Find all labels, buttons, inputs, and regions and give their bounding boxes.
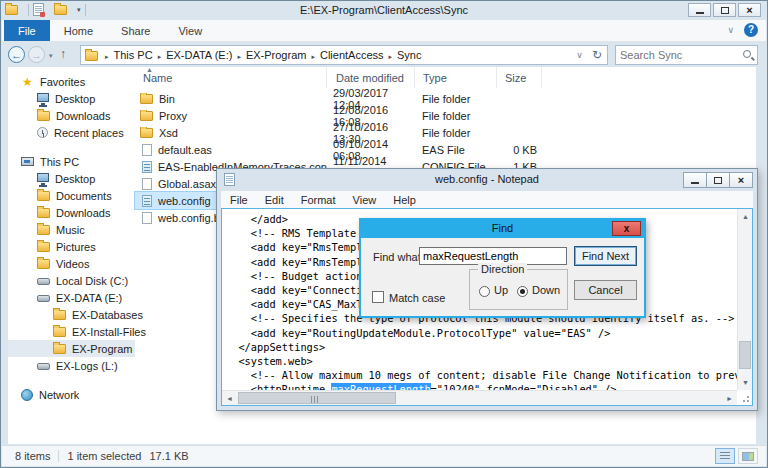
column-header-type[interactable]: Type (415, 67, 497, 88)
sidebar-item-label: EX-Program (72, 343, 133, 355)
find-close-button[interactable]: x (612, 221, 641, 236)
menu-file[interactable]: File (230, 194, 248, 206)
breadcrumb-item[interactable]: Sync (397, 49, 421, 61)
resize-grip[interactable] (737, 390, 751, 404)
sidebar-item-ex-install-files[interactable]: EX-Install-Files (8, 323, 135, 340)
details-view-button[interactable] (715, 448, 735, 464)
notepad-minimize-button[interactable] (683, 172, 707, 188)
search-box[interactable] (615, 45, 758, 65)
horizontal-scroll-thumb[interactable] (238, 392, 396, 404)
folder-icon (37, 259, 50, 269)
config-icon (142, 161, 152, 173)
sidebar-item-ex-program[interactable]: EX-Program (8, 340, 135, 357)
sidebar-item-desktop[interactable]: Desktop (8, 90, 135, 107)
monitor-icon (37, 93, 49, 102)
notepad-close-button[interactable]: × (729, 172, 753, 188)
refresh-icon[interactable]: ↻ (592, 49, 602, 61)
sidebar-item-documents[interactable]: Documents (8, 187, 135, 204)
scroll-right-icon[interactable]: ► (722, 391, 737, 406)
breadcrumb: ▸This PC▸EX-DATA (E:)▸EX-Program▸ClientA… (100, 49, 422, 61)
folder-icon (140, 128, 153, 138)
minimize-button[interactable] (688, 3, 711, 17)
column-header-size[interactable]: Size (497, 67, 542, 88)
sidebar-item-label: Documents (56, 190, 112, 202)
sidebar-item-pictures[interactable]: Pictures (8, 238, 135, 255)
sidebar-item-favorites[interactable]: ★Favorites (8, 73, 135, 90)
code-line: </appSettings> (226, 340, 737, 354)
sidebar-item-videos[interactable]: Videos (8, 255, 135, 272)
address-dropdown-icon[interactable]: ∨ (576, 50, 583, 60)
find-next-button[interactable]: Find Next (574, 246, 637, 266)
menu-edit[interactable]: Edit (265, 194, 284, 206)
scroll-left-icon[interactable]: ◄ (222, 391, 237, 406)
expand-ribbon-icon[interactable]: ∨ (727, 25, 734, 35)
file-icon (142, 178, 152, 190)
tab-view[interactable]: View (164, 20, 216, 41)
sidebar-item-local-disk-c-[interactable]: Local Disk (C:) (8, 272, 135, 289)
divider (58, 450, 59, 462)
file-name: Proxy (159, 110, 187, 122)
notepad-maximize-button[interactable] (706, 172, 730, 188)
horizontal-scrollbar[interactable]: ◄ ► (222, 390, 737, 405)
tab-file[interactable]: File (4, 20, 50, 41)
vertical-scrollbar[interactable]: ▲ ▼ (737, 209, 752, 390)
close-button[interactable]: × (738, 3, 761, 17)
folder-icon (37, 242, 50, 252)
location-folder-icon (85, 51, 98, 61)
file-icon (142, 144, 152, 156)
close-icon: × (738, 175, 744, 186)
vertical-scroll-thumb[interactable] (739, 341, 751, 369)
forward-button[interactable]: → (28, 46, 45, 63)
sidebar-item-downloads[interactable]: Downloads (8, 204, 135, 221)
search-input[interactable] (620, 47, 735, 63)
tab-home[interactable]: Home (50, 20, 107, 41)
thumbnail-view-button[interactable] (738, 448, 758, 464)
recent-locations-icon[interactable]: ▾ (49, 52, 53, 60)
sidebar-item-network[interactable]: Network (8, 386, 135, 403)
tab-share[interactable]: Share (107, 20, 164, 41)
explorer-window-title: E:\EX-Program\ClientAccess\Sync (1, 4, 767, 16)
column-header-date-modified[interactable]: Date modified (327, 67, 415, 88)
match-case-checkbox[interactable] (372, 291, 384, 303)
address-bar[interactable]: ▸This PC▸EX-DATA (E:)▸EX-Program▸ClientA… (80, 45, 608, 65)
menu-format[interactable]: Format (301, 194, 336, 206)
scroll-up-icon[interactable]: ▲ (738, 209, 753, 224)
column-header-name[interactable]: Name (135, 67, 327, 88)
search-icon (743, 50, 751, 58)
menu-help[interactable]: Help (393, 194, 416, 206)
find-what-label: Find what: (373, 251, 424, 263)
find-dialog-titlebar[interactable]: Find x (361, 220, 644, 238)
sidebar-item-ex-databases[interactable]: EX-Databases (8, 306, 135, 323)
sidebar-item-label: Music (56, 224, 85, 236)
notepad-titlebar[interactable]: web.config - Notepad × (217, 169, 757, 191)
sidebar-item-desktop[interactable]: Desktop (8, 170, 135, 187)
direction-down-radio[interactable] (517, 286, 528, 297)
ribbon-tab-row: FileHomeShareView ∨ ? (2, 20, 766, 42)
sidebar-item-label: EX-Install-Files (72, 326, 146, 338)
sidebar-item-ex-logs-l-[interactable]: EX-Logs (L:) (8, 357, 135, 374)
sidebar-item-ex-data-e-[interactable]: EX-DATA (E:) (8, 289, 135, 306)
config-icon (142, 195, 152, 207)
sidebar-item-music[interactable]: Music (8, 221, 135, 238)
file-name: Bin (159, 93, 175, 105)
scroll-down-icon[interactable]: ▼ (738, 375, 753, 390)
help-icon[interactable]: ? (744, 23, 758, 37)
maximize-button[interactable] (713, 3, 736, 17)
details-view-icon (720, 452, 730, 461)
navigation-pane: ★FavoritesDesktopDownloadsRecent placesT… (8, 73, 135, 403)
breadcrumb-item[interactable]: EX-DATA (E:) (166, 49, 232, 61)
breadcrumb-item[interactable]: EX-Program (246, 49, 307, 61)
up-button[interactable]: ↑ (60, 47, 66, 61)
explorer-titlebar[interactable]: ▾ E:\EX-Program\ClientAccess\Sync × (1, 1, 767, 20)
breadcrumb-item[interactable]: ClientAccess (320, 49, 384, 61)
sidebar-item-recent-places[interactable]: Recent places (8, 124, 135, 141)
sidebar-item-this-pc[interactable]: This PC (8, 153, 135, 170)
cancel-button[interactable]: Cancel (574, 280, 637, 300)
direction-group: Direction Up Down (469, 269, 568, 310)
sidebar-item-downloads[interactable]: Downloads (8, 107, 135, 124)
breadcrumb-item[interactable]: This PC (114, 49, 153, 61)
back-button[interactable]: ← (8, 46, 25, 63)
item-count: 8 items (15, 450, 50, 462)
menu-view[interactable]: View (353, 194, 377, 206)
direction-up-radio[interactable] (479, 286, 490, 297)
